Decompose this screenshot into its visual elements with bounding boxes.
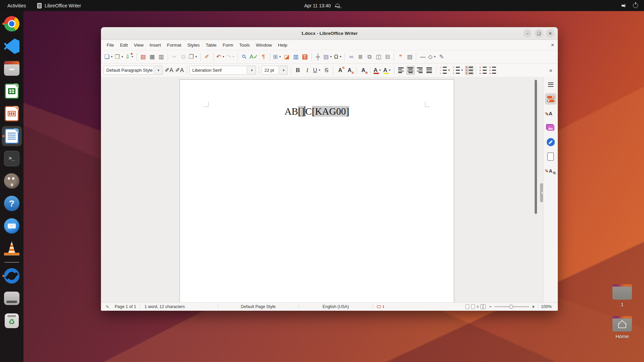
- cut-button[interactable]: ✂: [170, 52, 179, 62]
- unordered-list-button[interactable]: •••▼: [439, 66, 451, 75]
- dock-item-show-applications[interactable]: [2, 338, 22, 358]
- no-list-button[interactable]: ⊗⊗⊗: [465, 66, 474, 75]
- formatting-marks-button[interactable]: ¶: [259, 52, 268, 62]
- new-document-button[interactable]: ❏▼: [104, 52, 114, 62]
- book-view-button[interactable]: [480, 304, 486, 309]
- dock-item-gimp[interactable]: [2, 171, 22, 191]
- paste-button[interactable]: ❐▼: [188, 52, 198, 62]
- open-button[interactable]: ❒▼: [114, 52, 124, 62]
- dock-item-files[interactable]: [2, 59, 22, 79]
- insert-textbox-button[interactable]: T: [301, 52, 309, 62]
- italic-button[interactable]: I: [303, 66, 312, 75]
- insert-special-character-dropdown[interactable]: ▼: [339, 56, 342, 58]
- dock-item-thunderbird[interactable]: [2, 216, 22, 236]
- insert-table-dropdown[interactable]: ▼: [279, 56, 281, 58]
- underline-button[interactable]: U▼: [312, 66, 321, 75]
- dock-item-help[interactable]: ?: [2, 193, 22, 214]
- redo-dropdown[interactable]: ▼: [232, 56, 235, 58]
- sidebar-tab-page[interactable]: [545, 151, 556, 162]
- horizontal-line-button[interactable]: —: [418, 52, 427, 62]
- open-dropdown[interactable]: ▼: [121, 56, 123, 58]
- menu-form[interactable]: Form: [220, 41, 236, 49]
- sidebar-tab-navigator[interactable]: [545, 136, 556, 148]
- spelling-button[interactable]: A✓: [249, 52, 259, 62]
- menu-table[interactable]: Table: [203, 41, 219, 49]
- maximize-button[interactable]: ❑: [535, 29, 543, 38]
- menu-view[interactable]: View: [131, 41, 147, 49]
- minimize-button[interactable]: –: [523, 29, 532, 38]
- close-document-button[interactable]: ✕: [551, 43, 554, 48]
- basic-shapes-dropdown[interactable]: ▼: [434, 56, 436, 58]
- menu-edit[interactable]: Edit: [117, 41, 131, 49]
- decrease-indent-button[interactable]: ◂◂◂: [488, 66, 497, 75]
- insert-endnote-button[interactable]: ⧉: [365, 52, 374, 62]
- toolbar-overflow-button[interactable]: »: [546, 66, 555, 75]
- export-pdf-button[interactable]: ▤: [139, 52, 148, 62]
- menu-file[interactable]: File: [104, 41, 117, 49]
- basic-shapes-button[interactable]: ◇▼: [427, 52, 437, 62]
- insert-page-break-button[interactable]: ╪: [314, 52, 322, 62]
- insert-field-dropdown[interactable]: ▼: [330, 56, 332, 58]
- insert-footnote-button[interactable]: ≣: [356, 52, 365, 62]
- zoom-in-button[interactable]: +: [532, 304, 535, 309]
- align-center-button[interactable]: [406, 66, 415, 75]
- font-size-combobox[interactable]: 22 pt: [262, 66, 279, 75]
- document-page[interactable]: AB[]C[KAG00]: [179, 79, 454, 302]
- zoom-slider-thumb[interactable]: [509, 305, 513, 309]
- dock-item-software-center[interactable]: [2, 266, 22, 286]
- redo-button[interactable]: ↷▼: [226, 52, 235, 62]
- menu-styles[interactable]: Styles: [184, 41, 203, 49]
- font-size-combobox-dropdown[interactable]: ▼: [280, 66, 288, 75]
- status-selection-mode[interactable]: I: [373, 304, 388, 309]
- increase-indent-button[interactable]: ▸▸▸: [479, 66, 487, 75]
- status-language[interactable]: English (USA): [299, 304, 373, 309]
- sidebar-tab-sidebar-settings[interactable]: [545, 79, 556, 90]
- multi-page-view-button[interactable]: [471, 304, 475, 309]
- titlebar[interactable]: 1.docx - LibreOffice Writer –❑✕: [101, 27, 558, 40]
- find-replace-button[interactable]: ⚲: [240, 52, 249, 62]
- copy-button[interactable]: ⧉: [179, 52, 188, 62]
- dock-item-libreoffice-calc[interactable]: [2, 81, 22, 101]
- dock-item-libreoffice-impress[interactable]: [2, 104, 22, 124]
- sidebar-tab-style-inspector[interactable]: A: [545, 165, 556, 177]
- insert-hyperlink-button[interactable]: ∞: [347, 52, 356, 62]
- insert-field-button[interactable]: ▤▼: [323, 52, 333, 62]
- zoom-percentage[interactable]: 100%: [538, 304, 554, 309]
- insert-cross-reference-button[interactable]: ⊟: [383, 52, 392, 62]
- track-changes-button[interactable]: ▤: [405, 52, 414, 62]
- insert-image-button[interactable]: ◪: [282, 52, 291, 62]
- font-name-combobox[interactable]: Liberation Serif: [190, 66, 247, 75]
- zoom-out-button[interactable]: −: [489, 304, 492, 309]
- vertical-scrollbar[interactable]: [535, 80, 537, 214]
- sidebar-tab-properties[interactable]: [545, 93, 556, 105]
- insert-bookmark-button[interactable]: ◫: [374, 52, 383, 62]
- new-style-button[interactable]: ✐A: [175, 66, 185, 75]
- focused-app-menu[interactable]: LibreOffice Writer: [37, 3, 81, 8]
- font-color-dropdown[interactable]: ▼: [379, 69, 381, 72]
- signature-status-icon[interactable]: ✎: [104, 304, 111, 309]
- paste-dropdown[interactable]: ▼: [195, 56, 198, 58]
- close-button[interactable]: ✕: [546, 29, 554, 38]
- status-page-style[interactable]: Default Page Style: [218, 304, 299, 309]
- dock-item-archive-app[interactable]: [2, 288, 22, 308]
- status-page-count[interactable]: Page 1 of 1: [111, 304, 140, 309]
- document-area[interactable]: AB[]C[KAG00]: [101, 77, 543, 302]
- menu-window[interactable]: Window: [253, 41, 275, 49]
- single-page-view-button[interactable]: [466, 304, 469, 309]
- undo-dropdown[interactable]: ▼: [222, 56, 225, 58]
- justified-button[interactable]: [425, 66, 434, 75]
- clear-formatting-button[interactable]: A⊘: [359, 66, 368, 75]
- font-color-button[interactable]: A▼: [373, 66, 382, 75]
- update-style-button[interactable]: ✐A: [164, 66, 174, 75]
- menu-tools[interactable]: Tools: [236, 41, 253, 49]
- insert-comment-button[interactable]: ❝: [396, 52, 405, 62]
- superscript-button[interactable]: AB: [336, 66, 344, 75]
- strikethrough-button[interactable]: S: [322, 66, 331, 75]
- dock-item-terminal[interactable]: >_: [2, 148, 22, 169]
- dock-item-chrome[interactable]: [2, 14, 22, 34]
- clock-button[interactable]: Apr 11 13:40: [304, 3, 340, 8]
- save-dropdown[interactable]: ▼: [131, 56, 134, 58]
- desktop-icon-folder-1[interactable]: 1: [609, 284, 635, 307]
- menu-help[interactable]: Help: [275, 41, 290, 49]
- paragraph-style-combobox[interactable]: Default Paragraph Style: [104, 66, 154, 75]
